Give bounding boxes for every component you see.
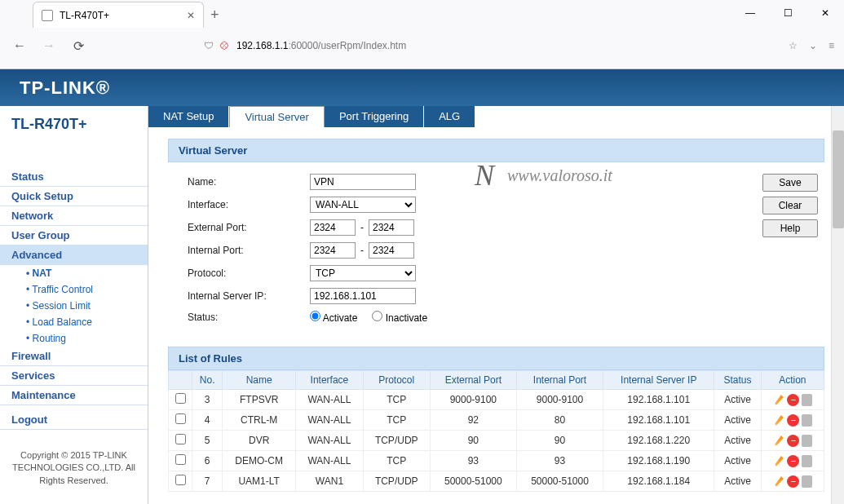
protocol-label: Protocol: xyxy=(188,267,310,279)
back-button[interactable]: ← xyxy=(10,38,29,53)
cell-ip: 192.168.1.220 xyxy=(603,431,714,451)
serverip-input[interactable] xyxy=(310,288,416,304)
reload-button[interactable]: ⟳ xyxy=(68,38,88,54)
menu-icon[interactable]: ≡ xyxy=(829,40,834,51)
sidebar-item-user-group[interactable]: User Group xyxy=(0,226,148,245)
delete-icon[interactable]: − xyxy=(787,435,799,447)
cell-no: 5 xyxy=(192,431,223,451)
activate-radio[interactable]: Activate xyxy=(310,311,357,324)
col-header: Interface xyxy=(296,371,363,390)
trash-icon[interactable] xyxy=(802,435,812,447)
tab-alg[interactable]: ALG xyxy=(424,106,475,127)
help-button[interactable]: Help xyxy=(762,219,818,237)
cell-int-port: 50000-51000 xyxy=(516,471,603,492)
name-input[interactable] xyxy=(310,174,416,190)
close-icon[interactable]: ✕ xyxy=(187,10,195,21)
col-header: Internal Port xyxy=(516,371,603,390)
row-checkbox[interactable] xyxy=(175,475,186,485)
url-host: 192.168.1.1 xyxy=(236,40,288,51)
inactivate-radio[interactable]: Inactivate xyxy=(372,311,427,324)
cell-no: 3 xyxy=(192,390,223,410)
cell-interface: WAN-ALL xyxy=(296,410,363,431)
sidebar-sub-routing[interactable]: Routing xyxy=(0,330,148,347)
trash-icon[interactable] xyxy=(802,394,812,406)
row-checkbox[interactable] xyxy=(175,454,186,465)
cell-protocol: TCP xyxy=(363,410,430,431)
forward-button[interactable]: → xyxy=(39,38,59,53)
status-label: Status: xyxy=(188,312,310,323)
page-icon xyxy=(42,10,53,21)
cell-int-port: 9000-9100 xyxy=(516,390,603,410)
sidebar-item-quick-setup[interactable]: Quick Setup xyxy=(0,187,148,206)
trash-icon[interactable] xyxy=(802,414,812,427)
sidebar-item-services[interactable]: Services xyxy=(0,366,148,386)
cell-interface: WAN1 xyxy=(296,471,363,492)
minimize-button[interactable]: — xyxy=(731,0,769,26)
cell-ext-port: 93 xyxy=(430,451,516,471)
sidebar-sub-load-balance[interactable]: Load Balance xyxy=(0,314,148,330)
save-button[interactable]: Save xyxy=(762,174,818,192)
sidebar-item-advanced[interactable]: Advanced xyxy=(0,245,148,265)
delete-icon[interactable]: − xyxy=(787,475,799,488)
cell-protocol: TCP/UDP xyxy=(363,431,430,451)
clear-button[interactable]: Clear xyxy=(762,197,818,214)
edit-icon[interactable] xyxy=(772,414,784,427)
sidebar-item-status[interactable]: Status xyxy=(0,167,148,187)
cell-int-port: 93 xyxy=(516,451,603,471)
edit-icon[interactable] xyxy=(772,394,784,406)
maximize-button[interactable]: ☐ xyxy=(769,0,806,26)
scrollbar[interactable] xyxy=(831,106,844,504)
cell-ip: 192.168.1.101 xyxy=(603,390,714,410)
scroll-thumb[interactable] xyxy=(833,130,844,228)
edit-icon[interactable] xyxy=(772,435,784,447)
cell-int-port: 80 xyxy=(516,410,603,431)
cell-protocol: TCP/UDP xyxy=(363,471,430,492)
sidebar-item-maintenance[interactable]: Maintenance xyxy=(0,386,148,405)
browser-tab[interactable]: TL-R470T+ ✕ xyxy=(33,2,204,28)
sidebar-sub-nat[interactable]: NAT xyxy=(0,265,148,281)
tab-port-triggering[interactable]: Port Triggering xyxy=(325,106,424,127)
trash-icon[interactable] xyxy=(802,455,812,467)
table-row: 6 DEMO-CM WAN-ALL TCP 93 93 192.168.1.19… xyxy=(169,451,824,471)
trash-icon[interactable] xyxy=(802,475,812,488)
row-checkbox[interactable] xyxy=(175,393,186,404)
cell-ext-port: 50000-51000 xyxy=(430,471,516,492)
row-checkbox[interactable] xyxy=(175,413,186,424)
cell-interface: WAN-ALL xyxy=(296,431,363,451)
sidebar-item-firewall[interactable]: Firewall xyxy=(0,347,148,366)
url-bar[interactable]: 🛡 ⛒ 192.168.1.1:60000/userRpm/Index.htm xyxy=(204,40,406,51)
interface-label: Interface: xyxy=(188,199,310,210)
delete-icon[interactable]: − xyxy=(787,414,799,427)
bookmark-icon[interactable]: ☆ xyxy=(789,40,798,51)
intport-from-input[interactable] xyxy=(310,242,356,259)
intport-label: Internal Port: xyxy=(188,245,310,256)
table-row: 3 FTPSVR WAN-ALL TCP 9000-9100 9000-9100… xyxy=(169,390,824,410)
name-label: Name: xyxy=(188,176,310,188)
delete-icon[interactable]: − xyxy=(787,394,799,406)
tab-virtual-server[interactable]: Virtual Server xyxy=(229,106,325,127)
new-tab-button[interactable]: + xyxy=(210,7,219,24)
tab-nat-setup[interactable]: NAT Setup xyxy=(148,106,229,127)
cell-status: Active xyxy=(714,471,761,492)
col-header: Action xyxy=(761,371,824,390)
intport-to-input[interactable] xyxy=(369,242,414,259)
sidebar-logout[interactable]: Logout xyxy=(0,410,148,430)
protocol-select[interactable]: TCP xyxy=(310,265,416,281)
tab-title: TL-R470T+ xyxy=(60,10,109,21)
extport-to-input[interactable] xyxy=(369,219,414,236)
interface-select[interactable]: WAN-ALL xyxy=(310,197,416,213)
copyright-text: Copyright © 2015 TP-LINK TECHNOLOGIES CO… xyxy=(0,444,148,492)
pocket-icon[interactable]: ⌄ xyxy=(809,40,817,51)
sidebar-sub-traffic-control[interactable]: Traffic Control xyxy=(0,281,148,298)
sidebar-sub-session-limit[interactable]: Session Limit xyxy=(0,298,148,314)
extport-from-input[interactable] xyxy=(310,219,356,236)
close-button[interactable]: ✕ xyxy=(806,0,844,26)
edit-icon[interactable] xyxy=(772,475,784,488)
row-checkbox[interactable] xyxy=(175,434,186,444)
delete-icon[interactable]: − xyxy=(787,455,799,467)
sidebar-item-network[interactable]: Network xyxy=(0,206,148,226)
col-header: No. xyxy=(192,371,223,390)
edit-icon[interactable] xyxy=(772,455,784,467)
col-header: Internal Server IP xyxy=(603,371,714,390)
extport-label: External Port: xyxy=(188,222,310,233)
